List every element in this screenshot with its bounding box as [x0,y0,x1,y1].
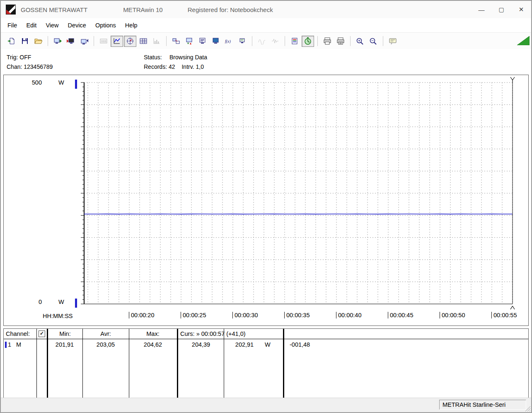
waveform-a-icon [258,37,266,45]
toolbar-button-timer-online[interactable] [302,36,314,47]
toolbar-separator [252,36,252,46]
table-column-divider [283,329,284,398]
x-tick-label: 00:00:45 [388,312,413,318]
status-value: Browsing Data [169,54,207,61]
resize-grip[interactable] [525,406,531,412]
toolbar-button-file-open[interactable] [5,36,18,47]
minimize-button[interactable]: — [472,1,491,18]
menu-device[interactable]: Device [63,20,91,30]
channel1-range-marker-bottom [75,299,77,308]
toolbar-separator [383,36,383,46]
table-column-divider [129,329,129,398]
toolbar-button-line-chart-view[interactable] [111,36,123,47]
menu-options[interactable]: Options [91,20,121,30]
y-axis-min-label: 0 [22,299,42,305]
note-annotation-icon [389,37,397,45]
cursor-bottom-handle [510,306,513,309]
row-channel-number: 1 [8,341,11,348]
svg-text:f(x): f(x) [225,39,231,44]
header-avr: Avr: [82,330,129,337]
chart-canvas[interactable] [80,77,516,310]
device-read-icon [67,37,75,45]
print-report-icon [336,37,345,45]
header-max: Max: [129,330,177,337]
histogram-view-icon [152,37,161,45]
channel-visibility-checkbox[interactable]: ✓ [39,330,45,337]
toolbar-button-analog-meter-view[interactable] [124,36,136,47]
toolbar-button-zoom-in[interactable] [354,36,366,47]
pc-monitor-icon [238,37,247,45]
title-brand: GOSSEN METRAWATT [21,6,87,13]
menu-file[interactable]: File [3,20,22,30]
maximize-button[interactable]: ▢ [491,1,511,18]
monitor-screen-icon [212,37,220,45]
toolbar-separator [285,36,285,46]
toolbar-separator [94,36,94,46]
toolbar-button-formula[interactable]: f(x) [223,36,235,47]
channel1-color-marker [5,342,7,348]
table-view-icon [139,37,148,45]
zoom-in-icon [356,37,364,45]
menu-view[interactable]: View [41,20,63,30]
toolbar-separator [350,36,351,46]
menu-edit[interactable]: Edit [22,20,41,30]
toolbar-button-note-annotation[interactable] [387,36,399,47]
toolbar-button-histogram-view [150,36,163,47]
metrawin-window: GOSSEN METRAWATT METRAwin 10 Registered … [0,0,532,413]
connection-indicator-icon [517,36,530,45]
status-records-info: Status:Browsing Data Records: 42Intrv. 1… [144,53,207,72]
svg-text:888: 888 [101,40,106,43]
menubar: File Edit View Device Options Help [1,18,531,32]
measurement-table: Channel: ✓ Min: Avr: Max: Curs: » 00:00:… [3,328,529,398]
transfer-screen-icon [185,37,193,45]
toolbar-button-pc-monitor[interactable] [236,36,249,47]
row-cursor2-value: 202,91 [224,341,265,348]
toolbar-button-device-read[interactable] [65,36,77,47]
x-tick-label: 00:00:55 [491,312,517,318]
toolbar-button-print-chart[interactable] [321,36,334,47]
toolbar-separator [317,36,318,46]
device-status-field: METRAHit Starline-Seri [439,400,526,410]
list-screen-icon [198,37,207,45]
clipboard-colors-icon [290,37,299,45]
toolbar-button-monitor-screen[interactable] [210,36,222,47]
print-chart-icon [323,37,331,45]
statusbar: METRAHit Starline-Seri [1,398,531,412]
titlebar: GOSSEN METRAWATT METRAwin 10 Registered … [1,1,531,18]
analog-meter-view-icon [126,37,134,45]
row-avr-value: 203,05 [82,341,129,348]
line-chart-view-icon [113,37,121,45]
channel1-range-marker-top [75,80,77,89]
toolbar-button-file-save[interactable] [19,36,31,47]
table-column-divider [224,329,224,398]
header-channel: Channel: [6,330,30,337]
app-logo-icon [6,5,16,15]
toolbar-button-zoom-out[interactable] [367,36,380,47]
row-max-value: 204,62 [129,341,177,348]
menu-help[interactable]: Help [121,20,142,30]
row-cursor2-unit: W [265,341,271,348]
toolbar-button-device-send[interactable] [51,36,64,47]
trigger-status: Trig: OFF [7,53,53,62]
toolbar-button-table-view[interactable] [137,36,150,47]
x-axis-format-label: HH:MM:SS [43,313,73,319]
toolbar-button-list-screen[interactable] [196,36,209,47]
y-axis-min-unit: W [58,299,64,305]
toolbar-button-clipboard-colors[interactable] [288,36,301,47]
title-app-name: METRAwin 10 [123,6,163,13]
table-column-divider [47,329,48,398]
file-save-icon [21,37,29,45]
toolbar-button-print-report[interactable] [334,36,347,47]
toolbar-button-device-eject[interactable] [78,36,90,47]
chart-panel: 500 W 0 W HH:MM:SS 00:00:2000:00:2500:00… [3,75,529,326]
close-button[interactable]: ✕ [511,1,531,18]
toolbar: 888 f(x) [1,32,531,49]
toolbar-button-transfer-screen[interactable] [183,36,196,47]
row-min-value: 201,91 [47,341,82,348]
folder-open-icon [34,37,42,45]
row-channel-mode: M [16,341,21,348]
toolbar-button-folder-open[interactable] [32,36,44,47]
numeric-display-icon: 888 [99,37,108,45]
channel-list: Chan: 123456789 [7,62,53,72]
toolbar-button-export-screen[interactable] [170,36,182,47]
